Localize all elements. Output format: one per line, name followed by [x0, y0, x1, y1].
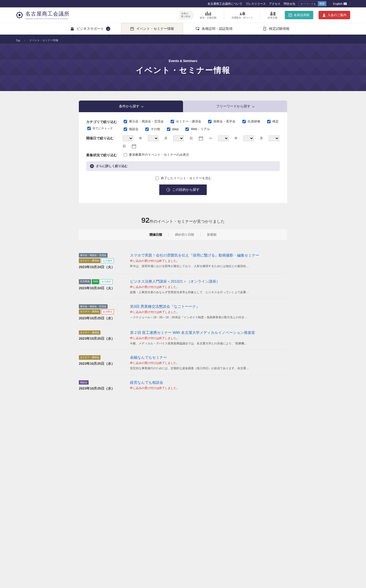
- cat-option[interactable]: Web・リアル: [184, 127, 210, 132]
- initiatives-badge[interactable]: 名商の取り組み: [179, 11, 192, 19]
- to-month[interactable]: [243, 135, 254, 141]
- check-all[interactable]: 全てにチェック: [86, 126, 118, 131]
- svg-point-29: [72, 27, 74, 29]
- cta-usage-guide[interactable]: 名商活用術: [285, 11, 313, 19]
- cat-option[interactable]: 展示会・商談会・交流会: [123, 119, 164, 124]
- search-input[interactable]: [299, 2, 318, 5]
- more-filters-toggle[interactable]: + さらに詳しく絞り込む: [86, 161, 280, 171]
- apply-filters-button[interactable]: この目的から探す: [159, 184, 207, 195]
- event-date: 2023年10月25日（水）: [79, 386, 126, 391]
- status-option[interactable]: 参加募集中のイベント・セミナーのみ表示: [123, 152, 189, 157]
- nav-certificates[interactable]: 各種証明・認証取得: [183, 23, 245, 35]
- event-closed-notice: 申し込みの受け付けは終了しました。: [130, 285, 287, 289]
- cat-option[interactable]: 視察会・見学会: [207, 119, 235, 124]
- language-switch[interactable]: English: [333, 2, 347, 5]
- event-tag: 会員限定: [101, 309, 114, 314]
- event-row[interactable]: 相談会2023年10月25日（水）経営なんでも相談会申し込みの受け付けは終了しま…: [79, 375, 287, 395]
- event-title[interactable]: 金融なんでもセミナー: [130, 355, 287, 360]
- event-title[interactable]: スマホで実践！会社の雰囲気を伝え『採用に繋げる』動画撮影・編集セミナー: [130, 253, 287, 258]
- result-count: 92件のイベント・セミナーが見つかりました: [79, 216, 287, 225]
- decorative-noren: [0, 35, 366, 37]
- event-date: 2023年10月24日（火）: [79, 286, 126, 291]
- cat-option[interactable]: 社員研修: [241, 119, 260, 124]
- search-button[interactable]: 検索: [318, 1, 326, 6]
- event-title[interactable]: 第２回 医工連携セミナー With 名古屋大学メディカルイノベーション推進室: [130, 330, 287, 335]
- chevron-down-icon: [106, 27, 110, 31]
- filter-category-label: カテゴリで絞り込む: [86, 119, 118, 124]
- calendar-icon[interactable]: [132, 144, 136, 149]
- event-tags: 社員研修Web会員優待: [79, 279, 126, 284]
- from-year[interactable]: [123, 135, 133, 141]
- logo-text-jp: 名古屋商工会議所: [25, 10, 70, 17]
- breadcrumb-top[interactable]: Top: [16, 39, 20, 42]
- svg-rect-44: [132, 145, 136, 148]
- event-closed-notice: 申し込みの受け付けは終了しました。: [130, 259, 287, 263]
- event-tag: Web: [92, 279, 99, 284]
- filter-panel: カテゴリで絞り込む 全てにチェック 展示会・商談会・交流会 セミナー・講演会 視…: [79, 112, 287, 203]
- tab-by-condition[interactable]: 条件から探す: [79, 101, 183, 112]
- nav-exams[interactable]: 検定試験情報: [245, 23, 307, 35]
- event-description: 昨今は、採用市場における競争が激化しており、人材を獲得するためには他社との差別化…: [130, 264, 287, 268]
- hero-subtitle: Events & Seminars: [169, 59, 198, 63]
- svg-rect-24: [289, 14, 292, 17]
- logo-text-en: Nagoya Chamber of Commerce & Industry: [25, 17, 70, 20]
- calendar-icon[interactable]: [199, 136, 203, 141]
- nav-policy[interactable]: 政策・広報活動: [198, 11, 219, 20]
- sort-by-date[interactable]: 開催日順: [150, 233, 162, 237]
- event-row[interactable]: セミナー・講演会2023年10月25日（水）第２回 医工連携セミナー With …: [79, 325, 287, 350]
- event-tag: 社員研修: [79, 279, 91, 284]
- event-title[interactable]: 第3回 異業種交流懇談会『なごトーーク』: [130, 304, 287, 309]
- event-tag: 会員優待: [101, 258, 114, 263]
- person-icon: [322, 13, 326, 17]
- cta-join[interactable]: 入会のご案内: [319, 11, 350, 19]
- svg-rect-13: [19, 14, 21, 16]
- topbar-link[interactable]: プレスリリース: [245, 2, 266, 6]
- svg-rect-16: [208, 13, 210, 16]
- svg-point-28: [71, 27, 72, 29]
- svg-rect-22: [270, 13, 273, 16]
- svg-marker-18: [239, 12, 242, 15]
- nav-events[interactable]: イベント・セミナー情報: [121, 23, 183, 35]
- logo-icon: [16, 11, 23, 19]
- event-row[interactable]: セミナー・講演会2023年10月25日（水）金融なんでもセミナー申し込みの受け付…: [79, 350, 287, 375]
- event-title[interactable]: ビジネス法務入門講座＜201321＞（オンライン講座）: [130, 279, 287, 284]
- event-tag: 会員優待: [100, 279, 113, 284]
- svg-rect-17: [210, 12, 211, 16]
- nav-tourism[interactable]: 流通観光・街づくり: [229, 11, 255, 20]
- event-tag: セミナー・講演会: [79, 330, 100, 335]
- svg-rect-19: [242, 13, 245, 15]
- utility-bar: 名古屋商工会議所について プレスリリース アクセス 問合せ先 検索 Englis…: [0, 0, 366, 7]
- nav-support[interactable]: 経営支援: [266, 11, 280, 20]
- include-finished[interactable]: 終了したイベント・セミナーを含む: [86, 176, 280, 181]
- cat-option[interactable]: Web: [166, 127, 179, 132]
- to-day[interactable]: [269, 135, 279, 141]
- svg-rect-3: [344, 4, 346, 5]
- nav-business-support[interactable]: ビジネスサポート: [59, 23, 121, 35]
- cat-option[interactable]: セミナー・講演会: [170, 119, 201, 124]
- event-row[interactable]: 社員研修Web会員優待2023年10月24日（火）ビジネス法務入門講座＜2013…: [79, 274, 287, 299]
- topbar-link[interactable]: 問合せ先: [284, 2, 295, 6]
- event-title[interactable]: 経営なんでも相談会: [130, 380, 287, 385]
- topbar-link[interactable]: アクセス: [269, 2, 281, 6]
- event-row[interactable]: 展示会・商談会・交流会セミナー・講演会会員優待2023年10月24日（火）スマホ…: [79, 248, 287, 274]
- event-tag: セミナー・講演会: [79, 309, 100, 314]
- people-icon: [70, 27, 74, 31]
- svg-rect-14: [205, 13, 206, 16]
- sort-by-new[interactable]: 新着順: [207, 233, 216, 237]
- cat-option[interactable]: 検定: [266, 119, 279, 124]
- cat-option[interactable]: 相談会: [123, 127, 138, 132]
- site-logo[interactable]: 名古屋商工会議所 Nagoya Chamber of Commerce & In…: [16, 10, 70, 20]
- support-icon: [269, 11, 277, 16]
- sort-bar: 開催日順 締め切り日順 新着順: [79, 229, 287, 240]
- cat-option[interactable]: その他: [144, 127, 160, 132]
- tab-by-keyword[interactable]: フリーワードから探す: [183, 101, 287, 112]
- to-year[interactable]: [218, 135, 229, 141]
- event-row[interactable]: 展示会・商談会・交流会セミナー・講演会会員限定2023年10月25日（水）第3回…: [79, 299, 287, 325]
- topbar-link[interactable]: 名古屋商工会議所について: [208, 2, 242, 6]
- sort-by-deadline[interactable]: 締め切り日順: [175, 233, 194, 237]
- landmark-icon: [238, 11, 246, 16]
- from-day[interactable]: [173, 135, 184, 141]
- from-month[interactable]: [148, 135, 158, 141]
- svg-rect-1: [344, 3, 346, 3]
- event-list: 展示会・商談会・交流会セミナー・講演会会員優待2023年10月24日（火）スマホ…: [79, 248, 287, 395]
